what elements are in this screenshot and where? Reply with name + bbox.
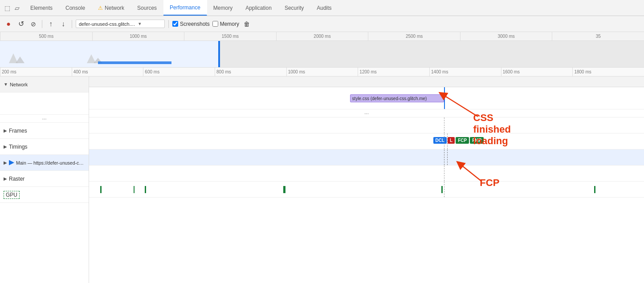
download-button[interactable]: ↓ <box>58 19 68 29</box>
playhead <box>219 41 220 68</box>
timings-label: Timings <box>9 144 28 150</box>
url-selector[interactable]: defer-unused-css.glitch.... ▾ <box>76 20 165 28</box>
dcl-badge: DCL <box>433 137 447 144</box>
tab-sources-label: Sources <box>137 5 157 11</box>
bottom-mark-1600: 1600 ms <box>501 68 573 76</box>
gpu-bar-6 <box>594 186 595 193</box>
network-playhead-line <box>444 87 445 109</box>
main-label: Main — https://defer-unused-css.glitch.m… <box>16 160 85 166</box>
tab-memory-label: Memory <box>213 5 232 11</box>
gpu-timeline-row <box>89 182 644 198</box>
gpu-label: GPU <box>4 191 20 199</box>
main-expand-arrow[interactable]: ▶ <box>4 160 7 165</box>
devtools-tab-bar: ⬚ ▱ Elements Console ⚠ Network Sources P… <box>0 0 644 16</box>
ruler-mark-1500: 1500 ms <box>184 32 276 40</box>
tab-elements[interactable]: Elements <box>24 0 59 16</box>
ruler-mark-35: 35 <box>552 32 644 40</box>
bottom-mark-400: 400 ms <box>72 68 143 76</box>
ruler-mark-1000: 1000 ms <box>92 32 184 40</box>
bottom-mark-200: 200 ms <box>0 68 72 76</box>
timeline-ruler-top: 500 ms 1000 ms 1500 ms 2000 ms 2500 ms 3… <box>0 32 644 41</box>
css-network-bar[interactable]: style.css (defer-unused-css.glitch.me) <box>350 94 444 102</box>
raster-label: Raster <box>9 176 24 182</box>
screenshots-label: Screenshots <box>180 21 210 27</box>
frames-timeline-row <box>89 117 644 133</box>
ruler-mark-500: 500 ms <box>0 32 92 40</box>
timeline-overview[interactable]: 500 ms 1000 ms 1500 ms 2000 ms 2500 ms 3… <box>0 32 644 68</box>
bottom-mark-1800: 1800 ms <box>572 68 644 76</box>
main-vline1 <box>444 150 444 165</box>
track-label-raster[interactable]: ▶ Raster <box>0 171 89 187</box>
screenshots-checkbox[interactable] <box>172 21 178 27</box>
timings-vline2 <box>447 133 448 149</box>
performance-toolbar: ● ↺ ⊘ ↑ ↓ defer-unused-css.glitch.... ▾ … <box>0 16 644 32</box>
tab-network-label: Network <box>105 5 124 11</box>
tool-icons: ⬚ ▱ <box>0 0 24 16</box>
track-label-timings[interactable]: ▶ Timings <box>0 139 89 155</box>
divider-3 <box>168 20 169 28</box>
tab-network[interactable]: ⚠ Network <box>92 0 131 16</box>
track-label-frames[interactable]: ▶ Frames <box>0 123 89 139</box>
memory-checkbox-label[interactable]: Memory <box>212 21 239 27</box>
screenshots-checkbox-label[interactable]: Screenshots <box>172 21 210 27</box>
url-dropdown-arrow: ▾ <box>139 21 141 27</box>
url-text: defer-unused-css.glitch.... <box>79 21 135 27</box>
network-header-timeline <box>89 77 644 87</box>
bottom-mark-800: 800 ms <box>215 68 286 76</box>
track-labels-panel: ▼ Network ··· ▶ Frames ▶ Timings ▶ Main … <box>0 77 89 283</box>
tab-sources[interactable]: Sources <box>131 0 163 16</box>
frames-expand-arrow[interactable]: ▶ <box>4 128 7 133</box>
warning-icon: ⚠ <box>98 5 103 11</box>
ruler-mark-2000: 2000 ms <box>276 32 368 40</box>
main-timeline-row: FCP <box>89 150 644 166</box>
gpu-bar-3 <box>145 186 146 193</box>
track-timeline-panel: CSS finished loading style.css (defer-un… <box>89 77 644 283</box>
gpu-bar-4 <box>283 186 285 193</box>
raster-expand-arrow[interactable]: ▶ <box>4 176 7 181</box>
timing-badges-container: DCL L FCP FMP <box>433 137 484 144</box>
tab-memory[interactable]: Memory <box>207 0 239 16</box>
divider-1 <box>42 20 42 28</box>
raster-vline <box>444 166 444 181</box>
timings-expand-arrow[interactable]: ▶ <box>4 144 7 149</box>
l-badge: L <box>448 137 455 144</box>
tab-audits[interactable]: Audits <box>310 0 338 16</box>
cursor-icon[interactable]: ⬚ <box>4 4 10 12</box>
timings-timeline-row: DCL L FCP FMP <box>89 133 644 150</box>
memory-label-toolbar: Memory <box>220 21 239 27</box>
tab-console-label: Console <box>65 5 85 11</box>
gpu-bar-2 <box>134 186 135 193</box>
upload-button[interactable]: ↑ <box>46 19 56 29</box>
track-label-main[interactable]: ▶ Main — https://defer-unused-css.glitch… <box>0 155 89 171</box>
network-expand-arrow[interactable]: ▼ <box>4 82 8 87</box>
ruler-mark-3000: 3000 ms <box>460 32 552 40</box>
tab-security-label: Security <box>285 5 304 11</box>
tab-security[interactable]: Security <box>278 0 310 16</box>
delete-button[interactable]: 🗑 <box>242 19 252 29</box>
tab-console[interactable]: Console <box>59 0 92 16</box>
ellipsis-row-label: ··· <box>0 115 89 123</box>
timeline-overview-wrapper: 500 ms 1000 ms 1500 ms 2000 ms 2500 ms 3… <box>0 32 644 68</box>
timeline-content[interactable] <box>0 41 644 68</box>
tab-application[interactable]: Application <box>239 0 278 16</box>
tab-performance-label: Performance <box>170 4 200 11</box>
ellipsis-row-timeline: ··· <box>89 109 644 117</box>
tab-performance[interactable]: Performance <box>163 0 207 16</box>
network-section-header[interactable]: ▼ Network <box>0 77 89 93</box>
raster-timeline-row <box>89 166 644 182</box>
memory-checkbox[interactable] <box>212 21 218 27</box>
device-icon[interactable]: ▱ <box>15 4 20 12</box>
timeline-selection <box>0 41 219 68</box>
bottom-ruler: 200 ms 400 ms 600 ms 800 ms 1000 ms 1200… <box>0 68 644 77</box>
timeline-grey-overlay <box>219 41 644 68</box>
record-button[interactable]: ● <box>4 19 13 29</box>
gpu-bar-5 <box>441 186 443 193</box>
ruler-mark-2500: 2500 ms <box>368 32 460 40</box>
reload-button[interactable]: ↺ <box>16 19 26 29</box>
bottom-mark-1200: 1200 ms <box>358 68 429 76</box>
track-label-gpu: GPU <box>0 187 89 203</box>
fcp-badge: FCP <box>456 137 469 144</box>
clear-button[interactable]: ⊘ <box>29 19 38 29</box>
network-resource-timeline: style.css (defer-unused-css.glitch.me) <box>89 87 644 109</box>
divider-2 <box>72 20 72 28</box>
